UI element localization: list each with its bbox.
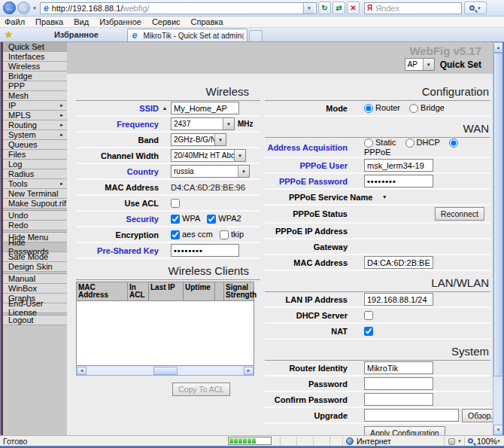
sidebar-item-manual[interactable]: Manual <box>3 274 67 284</box>
history-dropdown-icon[interactable]: ▼ <box>32 6 37 11</box>
page-header-band: WebFig v5.17 AP ▼ Quick Set <box>67 42 493 74</box>
gateway-label: Gateway <box>265 242 348 251</box>
back-button[interactable]: ← <box>3 2 16 14</box>
security-label: Security <box>76 215 159 224</box>
search-options-caret-icon[interactable]: ▼ <box>477 6 481 11</box>
safety-filter-icon[interactable] <box>448 438 455 445</box>
apply-configuration-button[interactable]: Apply Configuration <box>364 426 445 435</box>
browser-tab-active[interactable]: e MikroTik - Quick Set at admin@192.168.… <box>127 29 247 41</box>
status-zoom-level[interactable]: 100% <box>477 437 497 446</box>
menu-file[interactable]: Файл <box>5 17 25 26</box>
wan-mac-input[interactable] <box>364 256 433 269</box>
sidebar-item-radius[interactable]: Radius <box>3 169 67 179</box>
collapse-down-icon[interactable]: ▼ <box>378 194 390 200</box>
nat-checkbox[interactable] <box>364 327 373 336</box>
submenu-arrow-icon: ► <box>59 120 64 130</box>
sidebar-item-new-terminal[interactable]: New Terminal <box>3 189 67 199</box>
ap-mode-select[interactable]: AP ▼ <box>405 58 435 71</box>
addr-pppoe-radio[interactable] <box>449 139 458 148</box>
sidebar-item-log[interactable]: Log <box>3 160 67 169</box>
addr-dhcp-radio[interactable] <box>405 139 414 148</box>
confirm-password-input[interactable] <box>364 393 433 406</box>
sidebar-item-winbox[interactable]: WinBox <box>3 284 67 294</box>
dhcp-server-checkbox[interactable] <box>364 311 373 320</box>
favorites-button[interactable]: ★ Избранное <box>0 30 106 41</box>
sidebar-item-redo[interactable]: Redo <box>3 221 67 230</box>
menu-favorites[interactable]: Избранное <box>99 17 141 26</box>
safety-caret-icon[interactable]: ▼ <box>457 439 462 443</box>
psk-input[interactable] <box>171 244 239 257</box>
wpa-checkbox[interactable] <box>171 215 180 224</box>
sidebar-item-bridge[interactable]: Bridge <box>3 72 67 81</box>
scroll-left-icon[interactable]: ◄ <box>77 367 87 375</box>
wpa-label: WPA <box>182 214 200 223</box>
menu-tools[interactable]: Сервис <box>152 17 181 26</box>
sidebar-item-mpls[interactable]: MPLS► <box>3 111 67 120</box>
sidebar-item-routing[interactable]: Routing► <box>3 120 67 130</box>
menu-view[interactable]: Вид <box>74 17 89 26</box>
page-vertical-scrollbar[interactable]: ▲ ▼ <box>493 42 502 435</box>
frequency-row: Frequency 2437 ▼ MHz <box>76 117 260 133</box>
sidebar-item-mesh[interactable]: Mesh <box>3 91 67 101</box>
internet-zone-globe-icon <box>346 437 354 445</box>
band-label: Band <box>76 136 159 145</box>
zoom-caret-icon[interactable]: ▼ <box>496 439 501 443</box>
channel-width-select[interactable]: 20/40MHz HT Above ▼ <box>171 149 246 162</box>
refresh-button[interactable]: ↻ <box>318 2 331 14</box>
address-bar[interactable]: e http://192.168.88.1/ webfig/ ▼ <box>40 2 317 14</box>
pppoe-password-input[interactable] <box>364 175 433 187</box>
sidebar-item-tools[interactable]: Tools► <box>3 179 67 189</box>
pppoe-service-label: PPPoE Service Name <box>289 193 372 202</box>
sidebar-item-system[interactable]: System► <box>3 130 67 140</box>
copy-to-acl-button[interactable]: Copy To ACL <box>172 382 230 396</box>
sidebar-item-wireless[interactable]: Wireless <box>3 62 67 72</box>
router-identity-input[interactable] <box>364 361 433 374</box>
search-input[interactable] <box>375 4 451 13</box>
address-dropdown-icon[interactable]: ▼ <box>303 3 314 14</box>
sidebar-item-ip[interactable]: IP► <box>3 101 67 111</box>
col-header-blank <box>214 282 223 301</box>
table-horizontal-scrollbar[interactable]: ◄ ► <box>76 366 254 376</box>
reconnect-button[interactable]: Reconnect <box>435 207 484 221</box>
upgrade-file-input[interactable] <box>364 409 459 422</box>
tkip-checkbox[interactable] <box>220 230 229 239</box>
menu-edit[interactable]: Правка <box>35 17 63 26</box>
sidebar-item-files[interactable]: Files <box>3 150 67 160</box>
sidebar-item-quick-set[interactable]: Quick Set <box>3 42 67 52</box>
sidebar-item-hide-passwords[interactable]: Hide Passwords <box>3 242 67 252</box>
sidebar-item-interfaces[interactable]: Interfaces <box>3 52 67 62</box>
mode-bridge-radio[interactable] <box>409 104 418 113</box>
pppoe-user-input[interactable] <box>364 159 433 172</box>
browse-button[interactable]: Обзор... <box>462 409 493 422</box>
stop-button[interactable]: ✕ <box>347 2 360 14</box>
mode-router-radio[interactable] <box>364 104 373 113</box>
wpa2-checkbox[interactable] <box>207 215 216 224</box>
frequency-select[interactable]: 2437 ▼ <box>171 117 235 130</box>
band-select[interactable]: 2GHz-B/G/N ▼ <box>171 133 226 146</box>
sidebar-item-design-skin[interactable]: Design Skin <box>3 262 67 272</box>
search-box[interactable]: Я <box>364 2 462 14</box>
aes-label: aes ccm <box>182 230 213 239</box>
zoom-magnifier-icon[interactable] <box>468 438 473 443</box>
lan-ip-input[interactable] <box>364 293 433 306</box>
search-button[interactable]: ▼ <box>464 2 487 14</box>
scrollbar-thumb[interactable] <box>153 367 178 375</box>
collapse-up-icon[interactable]: ▲ <box>159 105 171 111</box>
sidebar-item-make-supout[interactable]: Make Supout.rif <box>3 199 67 209</box>
addr-static-radio[interactable] <box>364 139 373 148</box>
sidebar-item-undo[interactable]: Undo <box>3 211 67 221</box>
aes-checkbox[interactable] <box>171 230 180 239</box>
addr-pppoe-label: PPPoE <box>364 148 390 157</box>
password-input[interactable] <box>364 377 433 390</box>
new-tab-stub[interactable] <box>249 30 263 41</box>
menu-help[interactable]: Справка <box>191 17 223 26</box>
sidebar-item-queues[interactable]: Queues <box>3 140 67 150</box>
ssid-input[interactable] <box>171 102 239 114</box>
forward-button[interactable]: → <box>17 2 30 14</box>
use-acl-checkbox[interactable] <box>171 199 180 208</box>
scroll-right-icon[interactable]: ► <box>244 367 254 375</box>
sidebar-item-eula[interactable]: End-User License <box>3 303 67 313</box>
go-button[interactable]: ⇄ <box>332 2 345 14</box>
country-select[interactable]: russia ▼ <box>171 165 250 178</box>
sidebar-item-ppp[interactable]: PPP <box>3 81 67 91</box>
